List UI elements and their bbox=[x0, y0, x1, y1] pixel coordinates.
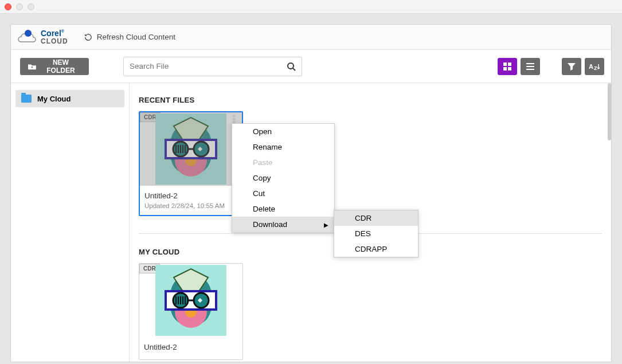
file-card[interactable]: CDR bbox=[139, 263, 243, 360]
ctx-download[interactable]: Download ▶ CDR DES CDRAPP bbox=[232, 217, 334, 232]
grid-view-button[interactable] bbox=[498, 58, 517, 75]
list-icon bbox=[526, 62, 535, 71]
svg-rect-16 bbox=[166, 140, 216, 158]
search-field[interactable] bbox=[123, 57, 302, 76]
refresh-icon bbox=[84, 33, 92, 41]
window-minimize-button[interactable] bbox=[16, 3, 23, 10]
list-view-button[interactable] bbox=[521, 58, 540, 75]
folder-icon bbox=[21, 95, 32, 103]
ctx-copy[interactable]: Copy bbox=[232, 170, 334, 186]
file-card[interactable]: CDR ⋮ bbox=[139, 111, 243, 216]
sidebar: My Cloud bbox=[11, 83, 130, 362]
app-header: Corel® CLOUD Refresh Cloud Content bbox=[11, 25, 611, 50]
ctx-delete[interactable]: Delete bbox=[232, 201, 334, 217]
window-close-button[interactable] bbox=[5, 3, 11, 10]
section-title-recent: RECENT FILES bbox=[139, 96, 602, 104]
context-menu: Open Rename Paste Copy Cut Delete Downlo… bbox=[232, 123, 335, 233]
new-folder-label: NEW FOLDER bbox=[41, 58, 81, 75]
ctx-paste: Paste bbox=[232, 155, 334, 170]
new-folder-button[interactable]: NEW FOLDER bbox=[20, 58, 89, 75]
ctx-open[interactable]: Open bbox=[232, 124, 334, 139]
svg-point-1 bbox=[288, 63, 294, 69]
app-window: Corel® CLOUD Refresh Cloud Content NEW F… bbox=[10, 24, 612, 362]
content-area: RECENT FILES CDR ⋮ bbox=[130, 83, 611, 362]
window-maximize-button[interactable] bbox=[28, 3, 34, 10]
file-thumbnail: CDR ⋮ bbox=[140, 112, 242, 186]
svg-rect-4 bbox=[503, 67, 507, 71]
svg-point-15 bbox=[185, 155, 197, 166]
window-titlebar bbox=[0, 0, 622, 14]
filter-icon bbox=[567, 62, 576, 71]
svg-rect-3 bbox=[508, 62, 511, 66]
svg-point-14 bbox=[175, 144, 207, 177]
brand-name: Corel bbox=[41, 29, 61, 38]
artwork-icon bbox=[155, 113, 226, 185]
svg-point-17 bbox=[173, 142, 188, 156]
file-type-badge: CDR bbox=[140, 112, 161, 122]
search-icon[interactable] bbox=[287, 62, 296, 71]
filter-button[interactable] bbox=[562, 58, 581, 75]
file-options-button[interactable]: ⋮ bbox=[229, 115, 238, 124]
artwork-icon bbox=[155, 265, 226, 336]
my-cloud-section: MY CLOUD CDR bbox=[139, 248, 602, 360]
ctx-download-label: Download bbox=[253, 220, 287, 229]
svg-point-0 bbox=[25, 30, 32, 37]
svg-point-12 bbox=[163, 118, 220, 180]
file-thumbnail: CDR bbox=[139, 264, 242, 337]
ctx-rename[interactable]: Rename bbox=[232, 139, 334, 155]
svg-point-13 bbox=[163, 118, 220, 180]
svg-rect-11 bbox=[155, 113, 226, 185]
scrollbar[interactable] bbox=[608, 83, 611, 140]
ctx-download-des[interactable]: DES bbox=[334, 226, 418, 241]
search-input[interactable] bbox=[130, 62, 287, 71]
svg-point-18 bbox=[194, 142, 209, 156]
refresh-button[interactable]: Refresh Cloud Content bbox=[84, 33, 175, 41]
sort-button[interactable]: AZ bbox=[585, 58, 604, 75]
ctx-download-cdrapp[interactable]: CDRAPP bbox=[334, 241, 418, 257]
file-name: Untitled-2 bbox=[144, 343, 238, 351]
svg-rect-7 bbox=[526, 66, 534, 67]
brand-logo: Corel® CLOUD bbox=[18, 29, 68, 45]
grid-icon bbox=[503, 62, 512, 71]
svg-text:A: A bbox=[589, 63, 593, 70]
brand-sub: CLOUD bbox=[41, 37, 68, 45]
svg-rect-5 bbox=[508, 67, 511, 71]
refresh-label: Refresh Cloud Content bbox=[97, 33, 175, 41]
file-name: Untitled-2 bbox=[144, 191, 237, 200]
chevron-right-icon: ▶ bbox=[324, 221, 328, 228]
folder-plus-icon bbox=[28, 63, 36, 70]
download-submenu: CDR DES CDRAPP bbox=[334, 210, 418, 257]
svg-rect-2 bbox=[503, 62, 507, 66]
cloud-balloon-icon bbox=[18, 29, 37, 45]
recent-files-section: RECENT FILES CDR ⋮ bbox=[139, 96, 602, 216]
ctx-cut[interactable]: Cut bbox=[232, 186, 334, 201]
sidebar-item-label: My Cloud bbox=[37, 95, 71, 103]
svg-rect-8 bbox=[526, 69, 534, 70]
toolbar: NEW FOLDER AZ bbox=[11, 50, 611, 83]
sidebar-item-my-cloud[interactable]: My Cloud bbox=[15, 90, 124, 107]
svg-rect-6 bbox=[526, 63, 534, 64]
svg-text:Z: Z bbox=[594, 65, 597, 71]
file-updated: Updated 2/28/24, 10:55 AM bbox=[144, 202, 237, 209]
sort-az-icon: AZ bbox=[589, 62, 600, 71]
ctx-download-cdr[interactable]: CDR bbox=[334, 210, 418, 226]
